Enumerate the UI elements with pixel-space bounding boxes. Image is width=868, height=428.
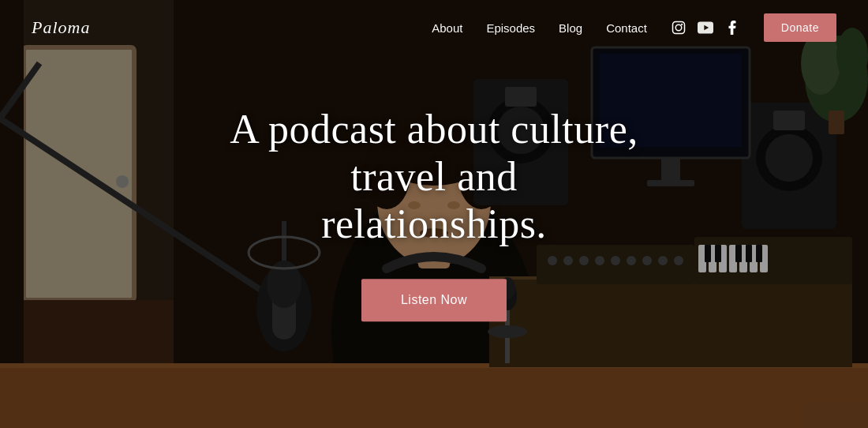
hero-content: A podcast about culture, travel and rela… <box>189 106 679 321</box>
nav-link-blog[interactable]: Blog <box>559 21 582 35</box>
navbar: Paloma About Episodes Blog Contact <box>0 0 868 55</box>
nav-link-contact[interactable]: Contact <box>606 21 647 35</box>
nav-link-episodes[interactable]: Episodes <box>486 21 535 35</box>
nav-link-about[interactable]: About <box>432 21 462 35</box>
facebook-icon[interactable] <box>724 20 740 36</box>
youtube-icon[interactable] <box>698 20 713 36</box>
social-icons <box>671 20 740 36</box>
nav-right: About Episodes Blog Contact <box>432 13 836 42</box>
svg-point-77 <box>675 24 682 31</box>
donate-button[interactable]: Donate <box>764 13 836 42</box>
hero-section: Paloma About Episodes Blog Contact <box>0 0 868 428</box>
listen-now-button[interactable]: Listen Now <box>361 280 507 322</box>
svg-point-78 <box>681 24 683 25</box>
svg-rect-76 <box>672 22 684 34</box>
hero-title: A podcast about culture, travel and rela… <box>189 106 679 247</box>
logo[interactable]: Paloma <box>32 17 90 38</box>
instagram-icon[interactable] <box>671 20 687 36</box>
